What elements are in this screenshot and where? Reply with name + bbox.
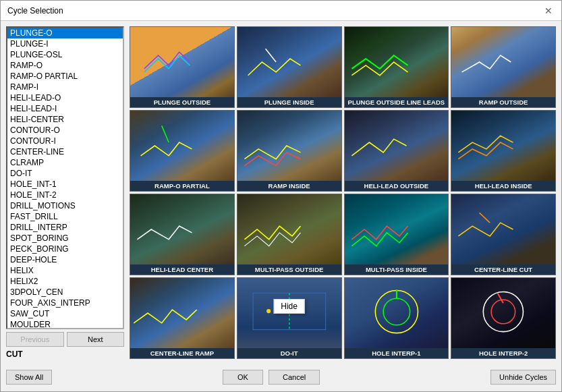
grid-cell[interactable]: PLUNGE OUTSIDE LINE LEADS xyxy=(344,26,449,108)
list-item[interactable]: CLRAMP xyxy=(7,157,123,168)
grid-cell[interactable]: HELI-LEAD CENTER xyxy=(130,194,235,275)
cell-image xyxy=(451,278,555,348)
close-button[interactable]: ✕ xyxy=(542,5,555,17)
svg-point-6 xyxy=(287,301,291,305)
ok-button[interactable]: OK xyxy=(223,370,263,385)
unhide-button[interactable]: Unhide Cycles xyxy=(490,370,556,385)
cell-image xyxy=(451,111,555,181)
grid-cell[interactable]: RAMP INSIDE xyxy=(237,110,342,192)
previous-button[interactable]: Previous xyxy=(6,332,64,347)
list-item[interactable]: MOULDER xyxy=(7,319,123,328)
cell-label: MULTI-PASS INSIDE xyxy=(345,264,449,275)
list-item[interactable]: DRILL_MOTIONS xyxy=(7,200,123,211)
grid-cell[interactable]: HOLE INTERP-2 xyxy=(451,277,556,359)
list-item[interactable]: RAMP-I xyxy=(7,82,123,92)
list-item[interactable]: FAST_DRILL xyxy=(7,211,123,222)
cell-image xyxy=(345,278,449,348)
grid-cell[interactable]: HideDO-IT xyxy=(237,277,342,359)
next-button[interactable]: Next xyxy=(67,332,125,347)
grid-cell[interactable]: RAMP OUTSIDE xyxy=(451,26,556,108)
list-item[interactable]: HOLE_INT-1 xyxy=(7,179,123,190)
cell-image xyxy=(130,27,234,97)
show-all-button[interactable]: Show All xyxy=(6,370,52,385)
cell-label: RAMP OUTSIDE xyxy=(451,97,555,107)
list-item[interactable]: PLUNGE-OSL xyxy=(7,49,123,60)
cancel-button[interactable]: Cancel xyxy=(269,370,320,385)
cell-label: MULTI-PASS OUTSIDE xyxy=(237,264,341,275)
cell-image xyxy=(237,194,341,264)
grid-cell[interactable]: HOLE INTERP-1 xyxy=(344,277,449,359)
center-buttons: OK Cancel xyxy=(223,370,320,385)
grid-cell[interactable]: CENTER-LINE RAMP xyxy=(130,277,235,359)
list-item[interactable]: FOUR_AXIS_INTERP xyxy=(7,298,123,308)
list-item[interactable]: DO-IT xyxy=(7,168,123,179)
grid-cell[interactable]: HELI-LEAD INSIDE xyxy=(451,110,556,192)
list-item[interactable]: CENTER-LINE xyxy=(7,146,123,157)
list-item[interactable]: HELI-CENTER xyxy=(7,114,123,125)
cell-image xyxy=(451,194,555,264)
cell-label: HOLE INTERP-2 xyxy=(451,348,555,358)
cell-label: CENTER-LINE CUT xyxy=(451,264,555,275)
list-item[interactable]: HELIX2 xyxy=(7,276,123,287)
cell-label: CENTER-LINE RAMP xyxy=(130,348,234,358)
cell-label: PLUNGE OUTSIDE xyxy=(130,97,234,107)
grid-cell[interactable]: PLUNGE INSIDE xyxy=(237,26,342,108)
grid-cell[interactable]: PLUNGE OUTSIDE xyxy=(130,26,235,108)
list-item[interactable]: SPOT_BORING xyxy=(7,233,123,244)
cell-label: DO-IT xyxy=(237,348,341,358)
nav-buttons: Previous Next xyxy=(6,332,124,347)
svg-line-0 xyxy=(265,49,276,62)
cycle-list-container[interactable]: PLUNGE-OPLUNGE-IPLUNGE-OSLRAMP-ORAMP-O P… xyxy=(6,26,124,329)
list-item[interactable]: 3DPOLY_CEN xyxy=(7,287,123,298)
grid-cell[interactable]: RAMP-O PARTIAL xyxy=(130,110,235,192)
cell-label: RAMP INSIDE xyxy=(237,181,341,191)
title-bar: Cycle Selection ✕ xyxy=(1,1,561,21)
list-item[interactable]: DEEP-HOLE xyxy=(7,254,123,265)
list-item[interactable]: CONTOUR-I xyxy=(7,136,123,146)
cut-label: CUT xyxy=(6,349,124,359)
cell-label: PLUNGE OUTSIDE LINE LEADS xyxy=(345,97,449,107)
right-panel: PLUNGE OUTSIDE PLUNGE INSIDE PLUNGE OUTS… xyxy=(130,26,556,359)
svg-point-10 xyxy=(484,291,524,331)
list-item[interactable]: PLUNGE-I xyxy=(7,38,123,49)
svg-point-11 xyxy=(491,300,515,324)
cell-image xyxy=(237,111,341,181)
grid-cell[interactable]: CENTER-LINE CUT xyxy=(451,194,556,275)
list-item[interactable]: RAMP-O xyxy=(7,60,123,71)
cycle-list-scroll[interactable]: PLUNGE-OPLUNGE-IPLUNGE-OSLRAMP-ORAMP-O P… xyxy=(7,28,123,328)
list-item[interactable]: HOLE_INT-2 xyxy=(7,190,123,200)
cell-image xyxy=(345,111,449,181)
list-item[interactable]: SAW_CUT xyxy=(7,308,123,319)
cell-label: HELI-LEAD CENTER xyxy=(130,264,234,275)
cell-image xyxy=(130,278,234,348)
cell-label: PLUNGE INSIDE xyxy=(237,97,341,107)
list-item[interactable]: HELIX xyxy=(7,265,123,276)
cell-image xyxy=(345,194,449,264)
list-item[interactable]: PECK_BORING xyxy=(7,244,123,254)
grid-cell[interactable]: MULTI-PASS OUTSIDE xyxy=(237,194,342,275)
list-item[interactable]: RAMP-O PARTIAL xyxy=(7,71,123,82)
cycle-grid: PLUNGE OUTSIDE PLUNGE INSIDE PLUNGE OUTS… xyxy=(130,26,556,359)
cell-label: HELI-LEAD OUTSIDE xyxy=(345,181,449,191)
grid-cell[interactable]: HELI-LEAD OUTSIDE xyxy=(344,110,449,192)
cell-label: HELI-LEAD INSIDE xyxy=(451,181,555,191)
cell-label: HOLE INTERP-1 xyxy=(345,348,449,358)
cell-image xyxy=(130,111,234,181)
svg-point-5 xyxy=(266,309,271,313)
cell-image xyxy=(130,194,234,264)
window-title: Cycle Selection xyxy=(7,6,63,16)
svg-line-2 xyxy=(480,213,490,223)
grid-cell[interactable]: MULTI-PASS INSIDE xyxy=(344,194,449,275)
bottom-bar: Show All OK Cancel Unhide Cycles xyxy=(1,364,561,391)
list-item[interactable]: PLUNGE-O xyxy=(7,28,123,38)
svg-line-1 xyxy=(162,125,169,142)
list-item[interactable]: HELI-LEAD-I xyxy=(7,103,123,114)
list-item[interactable]: HELI-LEAD-O xyxy=(7,92,123,103)
cell-image xyxy=(237,27,341,97)
list-item[interactable]: CONTOUR-O xyxy=(7,125,123,136)
list-item[interactable]: DRILL_INTERP xyxy=(7,222,123,233)
cell-image xyxy=(345,27,449,97)
content-area: PLUNGE-OPLUNGE-IPLUNGE-OSLRAMP-ORAMP-O P… xyxy=(1,21,561,364)
left-panel: PLUNGE-OPLUNGE-IPLUNGE-OSLRAMP-ORAMP-O P… xyxy=(6,26,124,359)
cell-label: RAMP-O PARTIAL xyxy=(130,181,234,191)
